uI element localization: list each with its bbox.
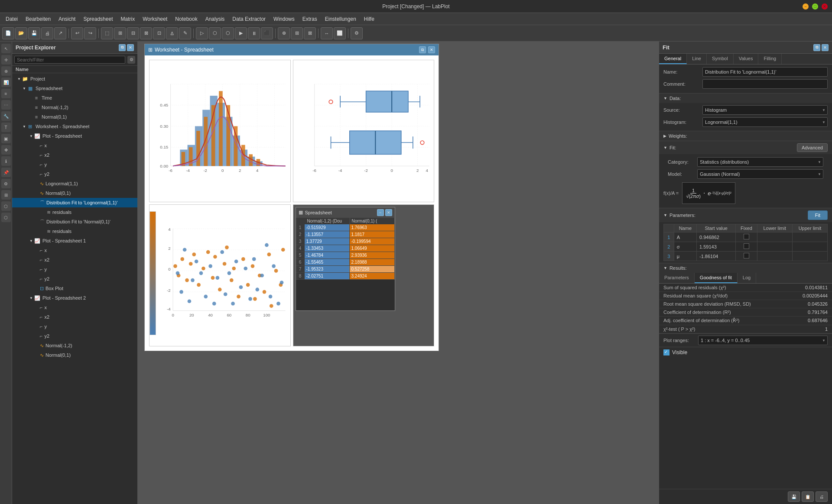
- tree-x-1[interactable]: ⌐x: [12, 246, 137, 255]
- tree-y-1[interactable]: ⌐y: [12, 265, 137, 274]
- fit-button[interactable]: Fit: [808, 210, 828, 220]
- plot-ranges-select[interactable]: 1 : x = -6..4, y = 0..0.45: [698, 336, 828, 345]
- tree-distfit-normal[interactable]: ⌒Distribution Fit to 'Normal(0,1)': [12, 217, 137, 226]
- sp-close-btn[interactable]: ✕: [385, 209, 392, 216]
- param-upper-2[interactable]: [792, 242, 827, 252]
- tree-distfit-lognormal[interactable]: ⌒Distribution Fit to 'Lognormal(1,1)': [12, 198, 137, 207]
- side-zoom-icon[interactable]: ⊕: [1, 66, 11, 76]
- tree-plot-spreadsheet1[interactable]: ▼ 📈 Plot - Spreadsheet 1: [12, 236, 137, 246]
- toolbar-b5[interactable]: ▷: [196, 27, 208, 39]
- toolbar-undo[interactable]: ↩: [71, 27, 83, 39]
- toolbar-open[interactable]: 📂: [15, 27, 27, 39]
- menu-data-extractor[interactable]: Data Extractor: [229, 15, 269, 23]
- toolbar-new[interactable]: 📄: [2, 27, 14, 39]
- sp-cell-2-2[interactable]: 1.1817: [350, 231, 395, 238]
- menu-ansicht[interactable]: Ansicht: [55, 15, 79, 23]
- menu-einstellungen[interactable]: Einstellungen: [322, 15, 360, 23]
- model-select[interactable]: Gaussian (Normal): [697, 169, 823, 179]
- sp-cell-1-2[interactable]: 1.76963: [350, 224, 395, 231]
- sp-cell-3-1[interactable]: 1.37729: [305, 238, 350, 245]
- menu-extras[interactable]: Extras: [299, 15, 321, 23]
- toolbar-b6[interactable]: ⬡: [209, 27, 221, 39]
- side-settings-icon[interactable]: ⚙: [1, 179, 11, 188]
- sp-cell-6-1[interactable]: -1.55465: [305, 259, 350, 265]
- toolbar-b15[interactable]: ⬜: [334, 27, 346, 39]
- param-start-input-1[interactable]: [699, 235, 725, 240]
- side-data-icon[interactable]: ≡: [1, 89, 11, 98]
- toolbar-b3[interactable]: ∆: [166, 27, 178, 39]
- toolbar-b4[interactable]: ✎: [179, 27, 191, 39]
- toolbar-b2[interactable]: ⊡: [153, 27, 165, 39]
- menu-windows[interactable]: Windows: [270, 15, 298, 23]
- side-drag-icon[interactable]: ✥: [1, 145, 11, 155]
- sp-cell-8-2[interactable]: 3.24924: [350, 273, 395, 279]
- tab-log[interactable]: Log: [738, 273, 756, 283]
- fit-header[interactable]: ▼ Fit: Advanced: [659, 141, 832, 154]
- param-lower-3[interactable]: [757, 252, 792, 261]
- param-lower-2[interactable]: [757, 242, 792, 252]
- tree-boxplot[interactable]: ⊡Box Plot: [12, 284, 137, 293]
- tab-goodness-fit[interactable]: Goodness of fit: [695, 273, 738, 283]
- toolbar-print[interactable]: 🖨: [41, 27, 53, 39]
- menu-notebook[interactable]: Notebook: [172, 15, 201, 23]
- toolbar-export[interactable]: ↗: [54, 27, 66, 39]
- parameters-header[interactable]: ▼ Parameters: Fit: [659, 208, 832, 222]
- pe-close-btn[interactable]: ✕: [127, 44, 134, 51]
- side-expand-icon[interactable]: ⊞: [1, 190, 11, 200]
- tab-parameters-results[interactable]: Parameters: [659, 273, 695, 283]
- pe-search-input[interactable]: [14, 56, 125, 64]
- tree-y-2[interactable]: ⌐y: [12, 322, 137, 331]
- data-section-header[interactable]: ▼ Data:: [659, 94, 832, 103]
- tree-time[interactable]: ≡ Time: [12, 93, 137, 103]
- tree-worksheet-spreadsheet[interactable]: ▼ ⊞ Worksheet - Spreadsheet: [12, 122, 137, 131]
- side-pin-icon[interactable]: 📌: [1, 168, 11, 177]
- pe-float-btn[interactable]: ⧉: [119, 44, 126, 51]
- menu-worksheet[interactable]: Worksheet: [139, 15, 171, 23]
- menu-bearbeiten[interactable]: Bearbeiten: [22, 15, 54, 23]
- toolbar-redo[interactable]: ↪: [84, 27, 96, 39]
- sp-cell-5-2[interactable]: 2.93936: [350, 252, 395, 258]
- rp-close-btn[interactable]: ✕: [822, 44, 829, 51]
- param-start-input-3[interactable]: [699, 254, 725, 259]
- tree-y2-2[interactable]: ⌐y2: [12, 331, 137, 341]
- sp-cell-5-1[interactable]: -1.46784: [305, 252, 350, 258]
- tree-residuals2[interactable]: ≋residuals: [12, 226, 137, 236]
- tree-y2[interactable]: ⌐y2: [12, 169, 137, 179]
- name-input[interactable]: [702, 67, 828, 77]
- menu-datei[interactable]: Datei: [2, 15, 21, 23]
- side-chart-icon[interactable]: 📊: [1, 78, 11, 87]
- tree-residuals1[interactable]: ≋residuals: [12, 207, 137, 217]
- toolbar-b14[interactable]: ↔: [321, 27, 333, 39]
- toolbar-save[interactable]: 💾: [28, 27, 40, 39]
- param-upper-3[interactable]: [792, 252, 827, 261]
- toolbar-b7[interactable]: ⬡: [222, 27, 234, 39]
- weights-header[interactable]: ▶ Weights:: [659, 131, 832, 141]
- rp-btn-copy[interactable]: 📋: [802, 491, 814, 502]
- sp-cell-7-1[interactable]: -1.95323: [305, 266, 350, 272]
- tree-normal01b[interactable]: ∿Normal(0,1): [12, 188, 137, 198]
- param-start-input-2[interactable]: [699, 244, 725, 249]
- maximize-button[interactable]: □: [812, 3, 818, 10]
- sp-cell-4-1[interactable]: -1.33453: [305, 245, 350, 252]
- rp-btn-print[interactable]: 🖨: [816, 491, 828, 502]
- sp-cell-2-1[interactable]: -1.13557: [305, 231, 350, 238]
- results-header[interactable]: ▼ Results:: [659, 263, 832, 273]
- sp-cell-7-2[interactable]: 0.527258: [350, 266, 395, 272]
- ws-close-btn[interactable]: ✕: [428, 46, 435, 53]
- category-select[interactable]: Statistics (distributions): [697, 157, 823, 167]
- param-fixed-cb-1[interactable]: [744, 234, 749, 239]
- sp-cell-8-1[interactable]: -2.02751: [305, 273, 350, 279]
- param-start-2[interactable]: [697, 242, 736, 252]
- side-extra1-icon[interactable]: ⬡: [1, 201, 11, 211]
- tree-lognormal[interactable]: ∿Lognormal(1,1): [12, 179, 137, 188]
- rp-float-btn[interactable]: ⧉: [813, 44, 820, 51]
- toolbar-grid[interactable]: ⊟: [127, 27, 139, 39]
- param-start-1[interactable]: [697, 233, 736, 242]
- tab-symbol[interactable]: Symbol: [707, 54, 734, 64]
- param-lower-1[interactable]: [757, 233, 792, 242]
- tab-values[interactable]: Values: [734, 54, 759, 64]
- toolbar-b8[interactable]: ▶: [235, 27, 247, 39]
- toolbar-b13[interactable]: ⊠: [304, 27, 316, 39]
- toolbar-b16[interactable]: ⚙: [351, 27, 363, 39]
- ws-float-btn[interactable]: ⧉: [419, 46, 426, 53]
